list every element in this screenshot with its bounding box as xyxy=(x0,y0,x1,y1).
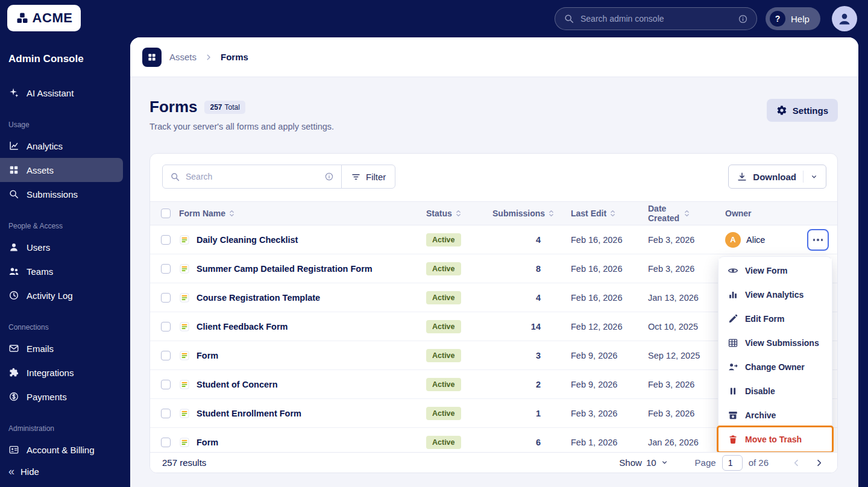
menu-label: View Analytics xyxy=(745,290,804,300)
rows-per-page-select[interactable]: Show 10 xyxy=(619,457,668,468)
form-name[interactable]: Daily Cleaning Checklist xyxy=(197,235,298,245)
status-badge: Active xyxy=(426,320,461,333)
info-icon[interactable] xyxy=(324,172,334,181)
sidebar: Admin Console AI Assistant Usage Analyti… xyxy=(0,37,130,487)
menu-item-change-owner[interactable]: Change Owner xyxy=(719,355,832,379)
assets-tile-icon[interactable] xyxy=(142,48,162,67)
form-name[interactable]: Client Feedback Form xyxy=(197,322,288,331)
info-icon[interactable] xyxy=(738,14,748,24)
row-actions-button[interactable] xyxy=(807,229,829,251)
settings-button[interactable]: Settings xyxy=(767,99,838,122)
table-search[interactable] xyxy=(162,165,342,189)
date-created: Sep 12, 2025 xyxy=(648,351,725,360)
sidebar-item-account-billing[interactable]: Account & Billing xyxy=(0,438,130,462)
menu-item-disable[interactable]: Disable xyxy=(719,379,832,403)
table-search-input[interactable] xyxy=(186,172,319,181)
sidebar-section-administration: Administration xyxy=(0,409,130,438)
admin-search[interactable] xyxy=(555,7,757,30)
menu-item-move-to-trash[interactable]: Move to Trash xyxy=(719,427,832,451)
sidebar-item-users[interactable]: Users xyxy=(0,235,130,259)
row-checkbox[interactable] xyxy=(161,409,171,418)
help-button[interactable]: ? Help xyxy=(766,7,820,30)
last-edit: Feb 16, 2026 xyxy=(571,235,648,245)
dollar-icon xyxy=(8,391,19,402)
form-name[interactable]: Form xyxy=(197,351,218,360)
hide-label: Hide xyxy=(20,467,39,477)
id-card-icon xyxy=(8,444,19,455)
sidebar-item-teams[interactable]: Teams xyxy=(0,259,130,283)
sort-icon[interactable] xyxy=(610,209,615,218)
page-number-input[interactable] xyxy=(722,455,743,471)
next-page-button[interactable] xyxy=(811,454,828,471)
menu-item-view-submissions[interactable]: View Submissions xyxy=(719,331,832,355)
sidebar-item-emails[interactable]: Emails xyxy=(0,336,130,360)
sidebar-item-submissions[interactable]: Submissions xyxy=(0,182,130,206)
user-avatar[interactable] xyxy=(832,6,857,31)
select-all-checkbox[interactable] xyxy=(161,209,171,218)
sidebar-item-payments[interactable]: Payments xyxy=(0,385,130,409)
row-checkbox[interactable] xyxy=(161,351,171,360)
sort-icon[interactable] xyxy=(549,209,554,218)
row-checkbox[interactable] xyxy=(161,235,171,245)
sidebar-item-analytics[interactable]: Analytics xyxy=(0,134,130,158)
logo-blocks-icon xyxy=(16,11,29,25)
row-checkbox[interactable] xyxy=(161,380,171,389)
menu-item-view-analytics[interactable]: View Analytics xyxy=(719,283,832,307)
status-badge: Active xyxy=(426,233,461,247)
breadcrumb: Assets Forms xyxy=(130,37,858,77)
breadcrumb-forms: Forms xyxy=(221,52,248,62)
table-header: Form Name Status Submissions Last Edit D… xyxy=(150,201,837,225)
chevron-right-icon xyxy=(204,53,213,61)
date-created: Jan 26, 2026 xyxy=(648,438,725,447)
sidebar-item-activity-log[interactable]: Activity Log xyxy=(0,283,130,307)
previous-page-button[interactable] xyxy=(788,454,805,471)
sidebar-item-integrations[interactable]: Integrations xyxy=(0,360,130,385)
menu-item-edit-form[interactable]: Edit Form xyxy=(719,307,832,331)
submissions-count: 3 xyxy=(492,351,571,360)
sidebar-item-ai-assistant[interactable]: AI Assistant xyxy=(0,81,130,105)
date-created: Oct 10, 2025 xyxy=(648,322,725,331)
admin-search-input[interactable] xyxy=(580,14,732,24)
breadcrumb-assets[interactable]: Assets xyxy=(169,52,197,62)
archive-icon xyxy=(728,410,738,421)
form-name[interactable]: Course Registration Template xyxy=(197,293,320,303)
sort-icon[interactable] xyxy=(684,209,690,218)
user-icon xyxy=(8,242,19,253)
main-panel: Assets Forms Forms 257Total Track your s… xyxy=(130,37,858,487)
last-edit: Feb 1, 2026 xyxy=(571,438,648,447)
form-name[interactable]: Student of Concern xyxy=(197,380,278,389)
download-button[interactable]: Download xyxy=(728,165,826,189)
sidebar-hide-button[interactable]: « Hide xyxy=(0,460,48,482)
table-row[interactable]: Daily Cleaning Checklist Active 4 Feb 16… xyxy=(150,225,837,254)
form-name[interactable]: Summer Camp Detailed Registration Form xyxy=(197,264,373,274)
column-date-created: Date Created xyxy=(648,204,681,223)
form-name[interactable]: Form xyxy=(197,438,218,447)
total-count: 257 xyxy=(210,103,222,112)
form-name[interactable]: Student Enrollment Form xyxy=(197,409,301,418)
row-checkbox[interactable] xyxy=(161,264,171,274)
sort-icon[interactable] xyxy=(229,209,234,218)
pause-icon xyxy=(728,386,738,397)
people-icon xyxy=(8,266,19,277)
menu-item-archive[interactable]: Archive xyxy=(719,403,832,427)
menu-item-view-form[interactable]: View Form xyxy=(719,259,832,283)
sidebar-item-assets[interactable]: Assets xyxy=(0,158,123,182)
form-icon xyxy=(179,292,190,303)
acme-logo[interactable]: ACME xyxy=(7,5,81,31)
row-checkbox[interactable] xyxy=(161,293,171,303)
topbar: ACME ? Help xyxy=(0,0,868,37)
settings-label: Settings xyxy=(793,105,828,116)
menu-label: Change Owner xyxy=(745,362,805,372)
row-actions-menu: View Form View Analytics Edit Form xyxy=(718,256,832,454)
chevron-right-icon xyxy=(814,458,824,468)
last-edit: Feb 3, 2026 xyxy=(571,409,648,418)
sidebar-item-label: Payments xyxy=(27,392,67,402)
row-checkbox[interactable] xyxy=(161,322,171,331)
submissions-count: 2 xyxy=(492,380,571,389)
date-created: Feb 3, 2026 xyxy=(648,264,725,274)
submissions-count: 4 xyxy=(492,293,571,303)
filter-button[interactable]: Filter xyxy=(341,165,395,189)
row-checkbox[interactable] xyxy=(161,438,171,447)
last-edit: Feb 16, 2026 xyxy=(571,293,648,303)
sort-icon[interactable] xyxy=(456,209,461,218)
